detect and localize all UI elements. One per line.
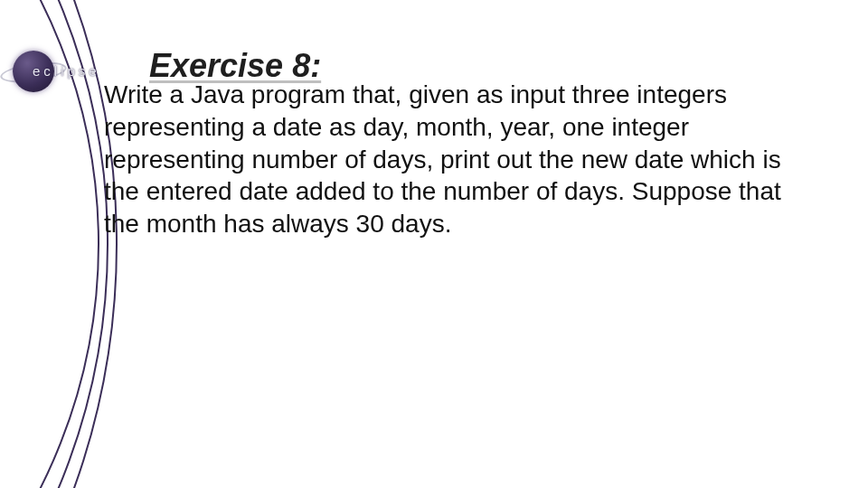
logo-text: eclipse [33, 63, 100, 79]
exercise-body: Write a Java program that, given as inpu… [104, 79, 818, 240]
eclipse-logo: eclipse [5, 51, 114, 94]
slide: eclipse Exercise 8: Write a Java program… [0, 0, 868, 488]
content-area: Exercise 8: Write a Java program that, g… [104, 49, 832, 240]
